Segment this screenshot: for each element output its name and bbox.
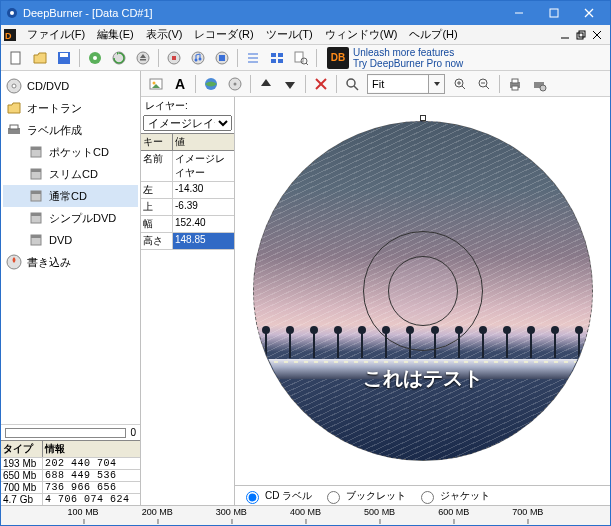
open-button[interactable] bbox=[29, 47, 51, 69]
svg-rect-35 bbox=[295, 52, 303, 62]
scale-tick: 700 MB bbox=[512, 507, 543, 517]
image-tool-button[interactable] bbox=[145, 73, 167, 95]
printer-icon bbox=[5, 121, 23, 139]
svg-point-1 bbox=[10, 11, 14, 15]
menu-item-4[interactable]: ツール(T) bbox=[260, 25, 319, 44]
resize-handle-top[interactable] bbox=[420, 115, 426, 121]
titlebar: DeepBurner - [Data CD#1] bbox=[1, 1, 610, 25]
size-scale: 100 MB200 MB300 MB400 MB500 MB600 MB700 … bbox=[9, 507, 602, 525]
tree-item-6[interactable]: シンプルDVD bbox=[3, 207, 138, 229]
inspect-button[interactable] bbox=[290, 47, 312, 69]
doc-close-button[interactable] bbox=[590, 28, 604, 42]
canvas-tab-label: ジャケット bbox=[440, 489, 490, 503]
svg-rect-13 bbox=[11, 52, 20, 64]
doc-restore-button[interactable] bbox=[574, 28, 588, 42]
prop-row[interactable]: 上-6.39 bbox=[141, 199, 234, 216]
print-button[interactable] bbox=[504, 73, 526, 95]
canvas-tab-radio[interactable] bbox=[327, 491, 340, 504]
menu-item-0[interactable]: ファイル(F) bbox=[21, 25, 91, 44]
disc-refresh-button[interactable] bbox=[108, 47, 130, 69]
canvas-tab-0[interactable]: CD ラベル bbox=[241, 488, 312, 504]
case-icon bbox=[27, 165, 45, 183]
menu-item-5[interactable]: ウィンドウ(W) bbox=[319, 25, 404, 44]
disc-green-button[interactable] bbox=[84, 47, 106, 69]
data-disc-button[interactable] bbox=[163, 47, 185, 69]
prop-row[interactable]: 名前イメージレイヤー bbox=[141, 151, 234, 182]
audio-disc-button[interactable] bbox=[187, 47, 209, 69]
move-up-button[interactable] bbox=[255, 73, 277, 95]
menu-item-6[interactable]: ヘルプ(H) bbox=[403, 25, 463, 44]
menu-item-1[interactable]: 編集(E) bbox=[91, 25, 140, 44]
svg-point-24 bbox=[195, 58, 198, 61]
tree-item-8[interactable]: 書き込み bbox=[3, 251, 138, 273]
detail-view-button[interactable] bbox=[266, 47, 288, 69]
cd-label-preview[interactable]: これはテスト bbox=[253, 121, 593, 461]
close-button[interactable] bbox=[572, 3, 606, 23]
zoom-tool-button[interactable] bbox=[341, 73, 363, 95]
save-button[interactable] bbox=[53, 47, 75, 69]
svg-rect-3 bbox=[550, 9, 558, 17]
tree-item-0[interactable]: CD/DVD bbox=[3, 75, 138, 97]
sidebar: CD/DVDオートランラベル作成ポケットCDスリムCD通常CDシンプルDVDDV… bbox=[1, 71, 141, 505]
print-setup-button[interactable] bbox=[528, 73, 550, 95]
canvas-tab-radio[interactable] bbox=[421, 491, 434, 504]
zoom-input[interactable] bbox=[368, 76, 428, 92]
tree-item-label: オートラン bbox=[27, 101, 82, 116]
text-tool-button[interactable]: A bbox=[169, 73, 191, 95]
delete-layer-button[interactable] bbox=[310, 73, 332, 95]
media-info-row: 4.7 Gb4 706 074 624 bbox=[1, 493, 140, 505]
tree-item-3[interactable]: ポケットCD bbox=[3, 141, 138, 163]
svg-rect-34 bbox=[278, 59, 283, 63]
new-button[interactable] bbox=[5, 47, 27, 69]
prop-row[interactable]: 幅152.40 bbox=[141, 216, 234, 233]
case-icon bbox=[27, 209, 45, 227]
iso-disc-button[interactable] bbox=[211, 47, 233, 69]
editor-toolbar: A bbox=[141, 71, 610, 97]
prop-row[interactable]: 左-14.30 bbox=[141, 182, 234, 199]
list-view-button[interactable] bbox=[242, 47, 264, 69]
layer-select[interactable]: イメージレイヤー 1 bbox=[143, 115, 232, 131]
folder-icon bbox=[5, 99, 23, 117]
maximize-button[interactable] bbox=[537, 3, 571, 23]
svg-point-18 bbox=[113, 52, 125, 64]
disc-icon bbox=[5, 77, 23, 95]
disc-eject-button[interactable] bbox=[132, 47, 154, 69]
label-canvas: これはテスト CD ラベルブックレットジャケット bbox=[235, 97, 610, 505]
tree-item-4[interactable]: スリムCD bbox=[3, 163, 138, 185]
tree-item-7[interactable]: DVD bbox=[3, 229, 138, 251]
burn-icon bbox=[5, 253, 23, 271]
tree-item-2[interactable]: ラベル作成 bbox=[3, 119, 138, 141]
tree-item-5[interactable]: 通常CD bbox=[3, 185, 138, 207]
promo-banner[interactable]: DB Unleash more features Try DeepBurner … bbox=[327, 47, 463, 69]
canvas-tab-2[interactable]: ジャケット bbox=[416, 488, 490, 504]
menubar: D ファイル(F)編集(E)表示(V)レコーダ(R)ツール(T)ウィンドウ(W)… bbox=[1, 25, 610, 45]
canvas-tab-1[interactable]: ブックレット bbox=[322, 488, 406, 504]
tree-item-1[interactable]: オートラン bbox=[3, 97, 138, 119]
scale-tick: 400 MB bbox=[290, 507, 321, 517]
disc-tool-button[interactable] bbox=[224, 73, 246, 95]
svg-line-68 bbox=[486, 86, 489, 89]
canvas-tab-radio[interactable] bbox=[246, 491, 259, 504]
svg-rect-20 bbox=[140, 59, 146, 61]
svg-rect-10 bbox=[579, 31, 585, 37]
minimize-button[interactable] bbox=[502, 3, 536, 23]
canvas-tab-label: CD ラベル bbox=[265, 489, 312, 503]
doc-minimize-button[interactable] bbox=[558, 28, 572, 42]
zoom-combo[interactable] bbox=[367, 74, 445, 94]
promo-logo-icon: DB bbox=[327, 47, 349, 69]
zoom-out-button[interactable] bbox=[473, 73, 495, 95]
global-tool-button[interactable] bbox=[200, 73, 222, 95]
nav-tree: CD/DVDオートランラベル作成ポケットCDスリムCD通常CDシンプルDVDDV… bbox=[1, 71, 140, 424]
zoom-dropdown-button[interactable] bbox=[428, 75, 444, 93]
prop-row[interactable]: 高さ148.85 bbox=[141, 233, 234, 250]
svg-point-60 bbox=[347, 79, 355, 87]
menu-item-2[interactable]: 表示(V) bbox=[140, 25, 189, 44]
svg-rect-41 bbox=[10, 125, 18, 129]
media-info-row: 193 Mb202 440 704 bbox=[1, 457, 140, 469]
media-info-row: 700 Mb736 966 656 bbox=[1, 481, 140, 493]
move-down-button[interactable] bbox=[279, 73, 301, 95]
svg-rect-22 bbox=[172, 56, 176, 60]
menu-item-3[interactable]: レコーダ(R) bbox=[188, 25, 259, 44]
svg-rect-31 bbox=[271, 53, 276, 57]
zoom-in-button[interactable] bbox=[449, 73, 471, 95]
